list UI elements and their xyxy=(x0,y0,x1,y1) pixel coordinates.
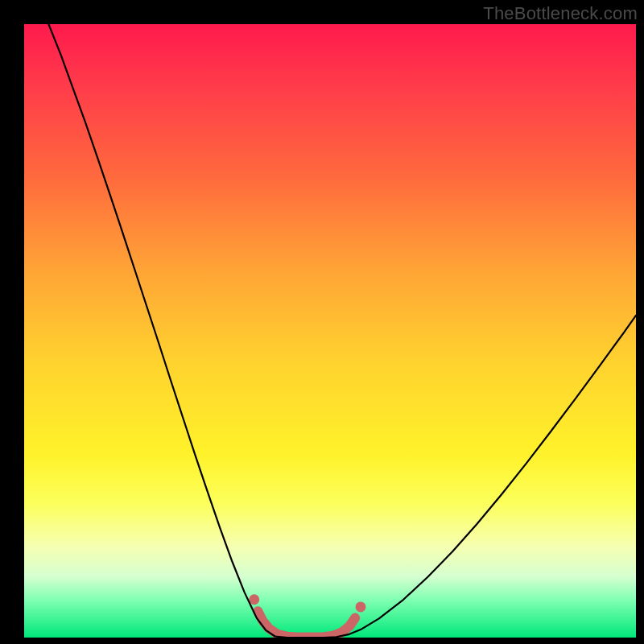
minimum-well-line xyxy=(258,611,355,637)
chart-svg xyxy=(24,24,636,638)
chart-plot-area xyxy=(24,24,636,638)
chart-stage: TheBottleneck.com xyxy=(0,0,644,644)
well-dot xyxy=(249,594,259,605)
watermark-text: TheBottleneck.com xyxy=(483,3,638,24)
bottleneck-curve xyxy=(48,24,636,638)
well-end-dots xyxy=(249,594,365,612)
well-dot xyxy=(356,601,366,612)
